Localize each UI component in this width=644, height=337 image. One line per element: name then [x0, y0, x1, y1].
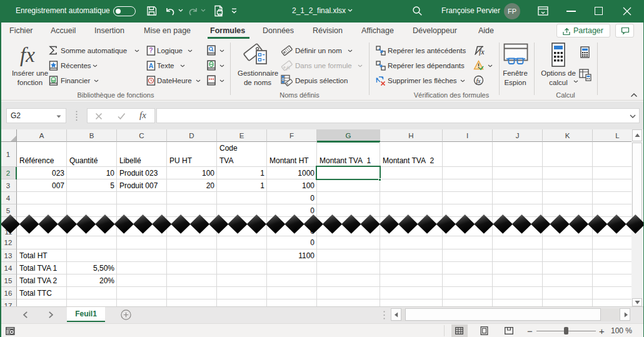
- svg-text:A: A: [149, 62, 154, 69]
- svg-text:fx: fx: [476, 78, 481, 84]
- svg-text:fx: fx: [479, 48, 485, 56]
- svg-text:?: ?: [149, 46, 153, 54]
- svg-text:fx: fx: [286, 64, 290, 71]
